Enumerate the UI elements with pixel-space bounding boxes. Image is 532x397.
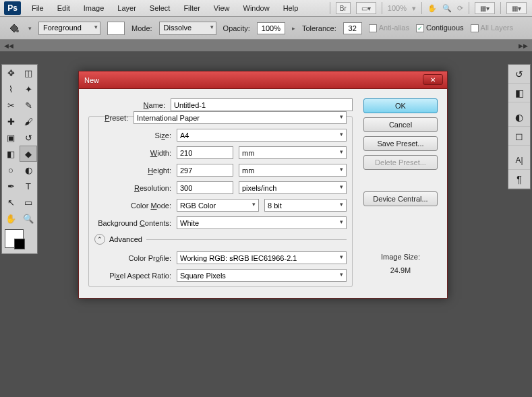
- arrange-button[interactable]: ▦▾: [475, 2, 495, 14]
- menu-edit[interactable]: Edit: [51, 1, 77, 15]
- svg-point-0: [16, 30, 19, 32]
- preset-label: Preset:: [94, 114, 128, 122]
- pen-tool[interactable]: ✒: [2, 178, 20, 194]
- name-input[interactable]: [171, 98, 353, 111]
- menu-select[interactable]: Select: [143, 1, 177, 15]
- marquee-tool[interactable]: ◫: [20, 65, 37, 81]
- new-document-dialog: New ✕ Name: Preset: International Paper …: [78, 71, 448, 299]
- history-panel-icon[interactable]: ↺: [508, 65, 530, 84]
- menu-layer[interactable]: Layer: [111, 1, 143, 15]
- menu-window[interactable]: Window: [237, 1, 276, 15]
- menu-view[interactable]: View: [207, 1, 237, 15]
- opacity-label: Opacity:: [223, 24, 250, 32]
- opacity-input[interactable]: [257, 22, 285, 34]
- path-tool[interactable]: ↖: [2, 194, 20, 210]
- color-swatches[interactable]: [2, 226, 37, 253]
- menu-image[interactable]: Image: [77, 1, 111, 15]
- close-icon[interactable]: ✕: [423, 74, 443, 85]
- mode-select[interactable]: Dissolve: [159, 22, 216, 35]
- paint-bucket-icon[interactable]: [7, 21, 22, 36]
- resolution-input[interactable]: [177, 181, 233, 194]
- size-select[interactable]: A4: [177, 129, 347, 142]
- menu-help[interactable]: Help: [276, 1, 305, 15]
- fg-color-swatch[interactable]: [107, 22, 125, 35]
- color-profile-select[interactable]: Working RGB: sRGB IEC61966-2.1: [177, 251, 347, 264]
- wand-tool[interactable]: ✦: [20, 81, 37, 97]
- ok-button[interactable]: OK: [363, 98, 438, 113]
- resolution-label: Resolution:: [94, 184, 171, 192]
- fill-source-select[interactable]: Foreground: [38, 22, 100, 35]
- character-panel-icon[interactable]: A|: [508, 151, 530, 170]
- width-unit-select[interactable]: mm: [239, 146, 347, 159]
- paragraph-panel-icon[interactable]: ¶: [508, 170, 530, 189]
- zoom-tool[interactable]: 🔍: [20, 210, 37, 226]
- menu-file[interactable]: File: [25, 1, 51, 15]
- tools-panel: ✥◫ ⌇✦ ✂✎ ✚🖌 ▣↺ ◧◆ ○◐ ✒T ↖▭ ✋🔍: [1, 64, 38, 254]
- device-central-button[interactable]: Device Central...: [363, 191, 438, 206]
- save-preset-button[interactable]: Save Preset...: [363, 136, 438, 151]
- bg-contents-label: Background Contents:: [94, 219, 171, 227]
- image-size-value: 24.9M: [363, 264, 438, 278]
- color-mode-select[interactable]: RGB Color: [177, 199, 259, 212]
- history-brush-tool[interactable]: ↺: [20, 129, 37, 146]
- contiguous-checkbox[interactable]: Contiguous: [416, 24, 464, 32]
- all-layers-checkbox[interactable]: All Layers: [471, 24, 513, 32]
- name-label: Name:: [88, 101, 165, 109]
- pixel-aspect-label: Pixel Aspect Ratio:: [94, 272, 171, 280]
- advanced-label: Advanced: [109, 235, 142, 243]
- bit-depth-select[interactable]: 8 bit: [264, 199, 347, 212]
- hand-tool[interactable]: ✋: [2, 210, 20, 226]
- tolerance-label: Tolerance:: [302, 24, 336, 32]
- dodge-tool[interactable]: ◐: [20, 162, 37, 178]
- eyedropper-tool[interactable]: ✎: [20, 97, 37, 113]
- menu-bar: Ps File Edit Image Layer Select Filter V…: [0, 0, 532, 17]
- width-input[interactable]: [177, 146, 233, 159]
- crop-tool[interactable]: ✂: [2, 97, 20, 113]
- screen-mode-button[interactable]: ▭▾: [356, 2, 376, 14]
- properties-panel-icon[interactable]: ◧: [508, 84, 530, 102]
- color-mode-label: Color Mode:: [94, 202, 171, 210]
- workspace-button[interactable]: ▦▾: [506, 2, 527, 14]
- color-profile-label: Color Profile:: [94, 254, 171, 262]
- options-bar: ▾ Foreground Mode: Dissolve Opacity: ▸ T…: [0, 17, 532, 40]
- type-tool[interactable]: T: [20, 178, 37, 194]
- stamp-tool[interactable]: ▣: [2, 129, 20, 146]
- ps-logo: Ps: [4, 1, 21, 15]
- height-label: Height:: [94, 166, 171, 175]
- height-unit-select[interactable]: mm: [239, 164, 347, 177]
- pixel-aspect-select[interactable]: Square Pixels: [177, 269, 347, 282]
- mode-label: Mode:: [131, 24, 152, 32]
- blur-tool[interactable]: ○: [2, 162, 20, 178]
- document-tab-strip: ◀◀ ▶▶: [0, 40, 532, 52]
- lasso-tool[interactable]: ⌇: [2, 81, 20, 97]
- move-tool[interactable]: ✥: [2, 65, 20, 81]
- height-input[interactable]: [177, 164, 233, 177]
- zoom-level[interactable]: 100%: [388, 4, 407, 12]
- antialias-checkbox[interactable]: Anti-alias: [369, 24, 409, 32]
- width-label: Width:: [94, 149, 171, 157]
- resolution-unit-select[interactable]: pixels/inch: [239, 181, 347, 194]
- right-panel: ↺ ◧ ◐ ◻ A| ¶: [508, 64, 531, 189]
- size-label: Size:: [94, 131, 171, 140]
- preset-select[interactable]: International Paper: [134, 111, 347, 124]
- collapse-right-icon[interactable]: ▶▶: [519, 42, 528, 49]
- zoom-icon[interactable]: 🔍: [442, 4, 452, 13]
- masks-panel-icon[interactable]: ◻: [508, 127, 530, 146]
- paint-bucket-tool[interactable]: ◆: [20, 146, 37, 162]
- cancel-button[interactable]: Cancel: [363, 117, 438, 132]
- bg-contents-select[interactable]: White: [177, 216, 347, 229]
- eraser-tool[interactable]: ◧: [2, 146, 20, 162]
- rotate-icon[interactable]: ⟳: [457, 4, 463, 13]
- brush-tool[interactable]: 🖌: [20, 113, 37, 129]
- hand-icon[interactable]: ✋: [427, 4, 437, 13]
- image-size-label: Image Size:: [363, 251, 438, 264]
- healing-tool[interactable]: ✚: [2, 113, 20, 129]
- advanced-toggle[interactable]: ⌃: [94, 234, 105, 245]
- shape-tool[interactable]: ▭: [20, 194, 37, 210]
- tolerance-input[interactable]: [343, 22, 362, 34]
- dialog-titlebar[interactable]: New ✕: [79, 71, 447, 89]
- menu-filter[interactable]: Filter: [177, 1, 206, 15]
- collapse-left-icon[interactable]: ◀◀: [4, 42, 13, 49]
- adjustments-panel-icon[interactable]: ◐: [508, 108, 530, 127]
- bridge-button[interactable]: Br: [336, 2, 351, 14]
